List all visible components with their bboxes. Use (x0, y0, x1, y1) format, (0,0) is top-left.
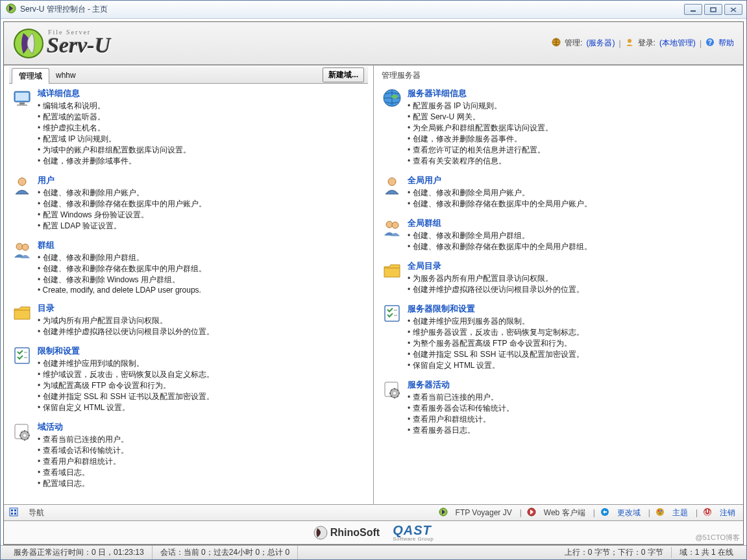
status-sessions: 会话：当前 0；过去24小时 0；总计 0 (153, 546, 298, 559)
section-item: 创建、修改和删除全局用户账户。 (408, 188, 735, 199)
section-item: 配置域的监听器。 (38, 112, 365, 123)
svg-point-26 (386, 221, 393, 228)
window-title: Serv-U 管理控制台 - 主页 (20, 4, 108, 15)
status-domains: 域：1 共 1 在线 (672, 547, 741, 558)
bottom-toolbar: 导航 FTP Voyager JV | Web 客户端 | 更改域 | 主题 |… (4, 504, 743, 521)
close-button[interactable] (724, 4, 742, 15)
logout-icon (703, 507, 712, 518)
svg-rect-47 (707, 509, 708, 513)
folder-icon (382, 260, 402, 281)
main-content: 管理域 whhw 新建域... 域详细信息编辑域名和说明。配置域的监听器。维护虚… (4, 65, 743, 504)
section-item: 保留自定义 HTML 设置。 (38, 402, 365, 413)
minimize-button[interactable] (684, 4, 702, 15)
theme-link[interactable]: 主题 (670, 507, 691, 518)
section-title-link[interactable]: 服务器活动 (408, 379, 735, 391)
section-item: 创建、修改和删除用户账户。 (38, 188, 365, 199)
section-title-link[interactable]: 域活动 (38, 421, 365, 433)
section-item: 为域配置高级 FTP 命令设置和行为。 (38, 380, 365, 391)
section-item: 查看用户和群组统计。 (408, 414, 735, 425)
svg-point-14 (18, 178, 26, 186)
status-uptime: 服务器正常运行时间：0 日，01:23:13 (6, 546, 153, 559)
section-title-link[interactable]: 域详细信息 (38, 88, 365, 99)
nav-link[interactable]: 导航 (26, 507, 47, 518)
app-body: File Server Serv-U 管理: (服务器) | 登录: (本地管理… (3, 21, 744, 545)
qast-logo: QAST Software Group (393, 524, 434, 542)
new-domain-button[interactable]: 新建域... (323, 67, 364, 82)
left-section: 群组创建、修改和删除用户群组。创建、修改和删除存储在数据库中的用户群组。创建、修… (9, 236, 368, 298)
section-item: 创建并维护应用到服务器的限制。 (408, 316, 735, 327)
svg-rect-11 (16, 93, 29, 101)
login-target-link[interactable]: (本地管理) (659, 38, 696, 49)
section-item: 查看您许可证的相关信息并进行配置。 (408, 145, 735, 156)
section-item: 为域内所有用户配置目录访问权限。 (38, 315, 365, 326)
section-item: 查看域日志。 (38, 467, 365, 478)
section-title-link[interactable]: 目录 (38, 302, 365, 314)
svg-rect-35 (11, 509, 13, 511)
section-item: 配置服务器 IP 访问规则。 (408, 101, 735, 112)
svg-rect-36 (14, 509, 16, 511)
theme-icon (655, 507, 665, 518)
section-title-link[interactable]: 服务器限制和设置 (408, 303, 735, 315)
section-item: 为整个服务器配置高级 FTP 命令设置和行为。 (408, 338, 735, 349)
help-link[interactable]: 帮助 (718, 38, 734, 49)
maximize-button[interactable] (704, 4, 722, 15)
svg-point-27 (392, 222, 398, 228)
svg-point-43 (657, 509, 659, 511)
watermark: @51CTO博客 (696, 533, 740, 542)
section-title-link[interactable]: 全局目录 (408, 260, 735, 272)
web-client-link[interactable]: Web 客户端 (541, 507, 588, 518)
section-title-link[interactable]: 用户 (38, 175, 365, 186)
users-icon (12, 239, 32, 260)
svg-point-24 (391, 95, 398, 99)
section-item: Create, modify, and delete LDAP user gro… (38, 286, 365, 295)
section-item: 创建并维护虚拟路径以便访问根目录以外的位置。 (408, 284, 735, 295)
right-section: 服务器活动查看当前已连接的用户。查看服务器会话和传输统计。查看用户和群组统计。查… (379, 375, 738, 440)
svg-rect-34 (10, 508, 18, 516)
section-item: 创建，修改并删除域事件。 (38, 156, 365, 167)
section-title-link[interactable]: 限制和设置 (38, 345, 365, 357)
svg-point-44 (660, 509, 662, 511)
section-item: 创建并指定 SSL 和 SSH 证书以及配置加密设置。 (38, 391, 365, 402)
right-column-header: 管理服务器 (379, 67, 738, 84)
section-item: 保留自定义 HTML 设置。 (408, 360, 735, 371)
section-item: 创建、修改和删除存储在数据库中的用户群组。 (38, 263, 365, 274)
logout-link[interactable]: 注销 (717, 507, 738, 518)
section-item: 创建，修改并删除服务器事件。 (408, 134, 735, 145)
manage-server-link[interactable]: (服务器) (586, 38, 615, 49)
user-icon (382, 175, 402, 195)
ftp-voyager-link[interactable]: FTP Voyager JV (453, 508, 515, 517)
svg-point-33 (393, 392, 396, 395)
right-column: 管理服务器 服务器详细信息配置服务器 IP 访问规则。配置 Serv-U 网关。… (374, 66, 743, 504)
section-item: 查看域会话和传输统计。 (38, 445, 365, 456)
tab-domain-name[interactable]: whhw (49, 69, 82, 82)
left-section: 用户创建、修改和删除用户账户。创建、修改和删除存储在数据库中的用户账户。配置 W… (9, 171, 368, 236)
svg-point-48 (314, 526, 327, 539)
section-item: 为服务器内所有用户配置目录访问权限。 (408, 273, 735, 284)
section-title-link[interactable]: 全局用户 (408, 175, 735, 186)
webclient-icon (527, 507, 536, 518)
tab-manage-domain[interactable]: 管理域 (12, 68, 49, 84)
gear-icon (12, 421, 32, 442)
change-domain-link[interactable]: 更改域 (615, 507, 643, 518)
titlebar: Serv-U 管理控制台 - 主页 (1, 1, 746, 19)
section-item: 为全局账户和群组配置数据库访问设置。 (408, 123, 735, 134)
section-item: 创建并指定 SSL 和 SSH 证书以及配置加密设置。 (408, 349, 735, 360)
section-item: 配置 Serv-U 网关。 (408, 112, 735, 123)
section-title-link[interactable]: 服务器详细信息 (408, 88, 735, 99)
svg-rect-13 (17, 104, 27, 106)
section-item: 创建、修改和删除存储在数据库中的全局用户账户。 (408, 199, 735, 210)
section-item: 配置域日志。 (38, 478, 365, 489)
section-item: 配置域 IP 访问规则。 (38, 134, 365, 145)
section-title-link[interactable]: 全局群组 (408, 217, 735, 229)
nav-icon (9, 507, 18, 518)
section-title-link[interactable]: 群组 (38, 239, 365, 251)
section-item: 创建并维护虚拟路径以便访问根目录以外的位置。 (38, 326, 365, 337)
svg-point-16 (22, 244, 29, 250)
change-domain-icon (600, 507, 609, 518)
section-item: 创建、修改和删除全局用户群组。 (408, 230, 735, 241)
section-item: 为域中的账户和群组配置数据库访问设置。 (38, 145, 365, 156)
app-icon (6, 3, 16, 16)
header-links: 管理: (服务器) | 登录: (本地管理) | ? 帮助 (552, 38, 734, 49)
section-item: 配置 Windows 身份验证设置。 (38, 210, 365, 221)
checklist-icon (382, 303, 402, 324)
